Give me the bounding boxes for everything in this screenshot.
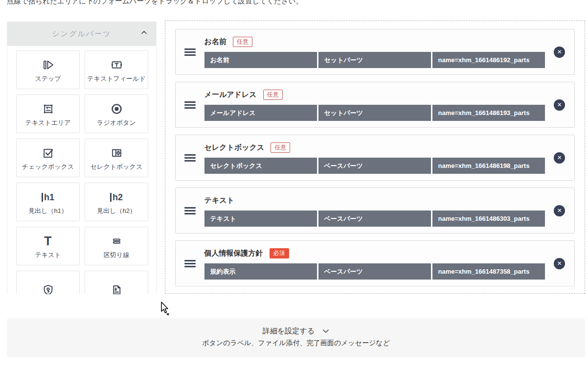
textarea-icon: [42, 101, 55, 117]
text-field-icon: [110, 57, 123, 73]
part-label-chip: メールアドレス: [204, 105, 317, 121]
chevron-up-icon[interactable]: [141, 30, 147, 35]
part-label-chip: 規約表示: [204, 263, 317, 280]
drag-handle-icon[interactable]: [176, 47, 204, 57]
form-row: セレクトボックス 任意 セレクトボックス ベースパーツ name=xhm_166…: [175, 135, 575, 181]
part-tile-heading-h2[interactable]: h2 見出し（h2）: [85, 183, 148, 221]
part-type-chip: ベースパーツ: [318, 158, 431, 174]
close-icon[interactable]: ✕: [554, 258, 565, 269]
chevron-down-icon: [322, 329, 329, 333]
part-tile-step[interactable]: ステップ: [16, 50, 80, 89]
part-tile-label: チェックボックス: [22, 163, 74, 171]
part-tile-text[interactable]: T テキスト: [16, 227, 80, 265]
close-icon[interactable]: ✕: [554, 47, 565, 58]
divider-icon: [110, 233, 123, 250]
close-icon[interactable]: ✕: [554, 152, 565, 164]
part-tile-label: テキスト: [35, 251, 61, 259]
part-tile-text-field[interactable]: テキストフィールド: [85, 50, 148, 89]
drag-handle-icon[interactable]: [176, 206, 204, 216]
form-row: 個人情報保護方針 必須 規約表示 ベースパーツ name=xhm_1661487…: [175, 240, 575, 286]
part-tile-textarea[interactable]: テキストエリア: [16, 94, 80, 133]
optional-badge: 任意: [271, 142, 290, 153]
part-name-chip: name=xhm_1661486192_parts: [432, 52, 545, 68]
select-box-icon: [110, 145, 123, 162]
part-tile-label: ラジオボタン: [97, 118, 136, 127]
single-parts-title: シングルパーツ: [52, 29, 111, 39]
drag-handle-icon[interactable]: [176, 258, 204, 269]
drag-handle-icon[interactable]: [176, 100, 204, 110]
privacy-shield-icon: [42, 282, 55, 295]
form-row: メールアドレス 任意 メールアドレス セットパーツ name=xhm_16614…: [175, 82, 575, 128]
text-icon: T: [44, 233, 51, 250]
optional-badge: 任意: [263, 90, 283, 100]
details-toggle[interactable]: 詳細を設定する: [263, 327, 329, 336]
part-tile-privacy[interactable]: [16, 271, 80, 294]
details-toggle-label: 詳細を設定する: [263, 327, 315, 336]
drag-handle-icon[interactable]: [176, 153, 204, 163]
page-instruction: 点線で括られたエリアに下のフォームパーツをドラッグ＆ドロップして設置してください…: [7, 0, 303, 6]
optional-badge: 任意: [233, 37, 252, 47]
part-tile-checkbox[interactable]: チェックボックス: [16, 139, 80, 177]
part-tile-divider[interactable]: 区切り線: [85, 227, 148, 265]
part-tile-terms[interactable]: [85, 271, 148, 294]
row-label: 個人情報保護方針: [204, 249, 263, 258]
form-row: お名前 任意 お名前 セットパーツ name=xhm_1661486192_pa…: [175, 29, 575, 75]
drop-area[interactable]: お名前 任意 お名前 セットパーツ name=xhm_1661486192_pa…: [165, 21, 585, 294]
required-badge: 必須: [270, 248, 289, 258]
row-label: お名前: [204, 37, 226, 47]
heading-h1-icon: h1: [42, 189, 54, 206]
part-label-chip: お名前: [204, 52, 317, 68]
part-tile-label: 見出し（h2）: [97, 207, 136, 215]
close-icon[interactable]: ✕: [554, 99, 565, 111]
part-tile-label: 見出し（h1）: [28, 207, 68, 215]
part-label-chip: セレクトボックス: [204, 158, 317, 174]
single-parts-panel: シングルパーツ ステップ テキストフィールド テキストエリア: [7, 22, 157, 294]
close-icon[interactable]: ✕: [554, 205, 565, 216]
part-tile-label: テキストエリア: [25, 118, 70, 127]
part-tile-radio-button[interactable]: ラジオボタン: [85, 94, 148, 133]
radio-button-icon: [110, 101, 123, 117]
part-label-chip: テキスト: [204, 211, 317, 227]
checkbox-icon: [42, 145, 55, 162]
terms-document-icon: [110, 282, 123, 295]
part-name-chip: name=xhm_1661486198_parts: [432, 158, 545, 174]
part-tile-label: 区切り線: [104, 251, 129, 259]
form-row: テキスト テキスト ベースパーツ name=xhm_1661486303_par…: [175, 188, 575, 234]
part-tile-select-box[interactable]: セレクトボックス: [85, 139, 148, 177]
details-settings-bar: 詳細を設定する ボタンのラベル、ファイル添付、完了画面のメッセージなど: [7, 318, 585, 357]
row-label: メールアドレス: [204, 90, 257, 99]
details-description: ボタンのラベル、ファイル添付、完了画面のメッセージなど: [7, 339, 585, 348]
mouse-cursor: [160, 302, 173, 318]
parts-grid: ステップ テキストフィールド テキストエリア ラジオボタン チェックボックス: [7, 46, 156, 294]
row-label: テキスト: [204, 196, 234, 205]
part-tile-label: セレクトボックス: [90, 163, 142, 171]
part-tile-label: ステップ: [35, 74, 61, 83]
part-name-chip: name=xhm_1661486303_parts: [432, 211, 545, 227]
step-icon: [42, 57, 55, 73]
part-tile-label: テキストフィールド: [87, 74, 145, 83]
part-type-chip: セットパーツ: [318, 105, 431, 121]
part-type-chip: ベースパーツ: [318, 263, 431, 280]
part-tile-heading-h1[interactable]: h1 見出し（h1）: [16, 183, 80, 221]
part-type-chip: ベースパーツ: [318, 211, 431, 227]
part-type-chip: セットパーツ: [318, 52, 431, 68]
heading-h2-icon: h2: [110, 189, 123, 206]
part-name-chip: name=xhm_1661486193_parts: [432, 105, 545, 121]
single-parts-header: シングルパーツ: [7, 22, 156, 46]
row-label: セレクトボックス: [204, 143, 265, 152]
part-name-chip: name=xhm_1661487358_parts: [432, 263, 545, 280]
